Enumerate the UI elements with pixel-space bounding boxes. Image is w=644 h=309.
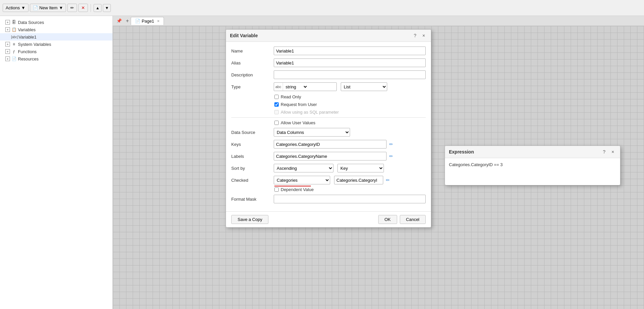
- checked-field-container: ✏: [334, 176, 426, 184]
- pin-icon[interactable]: 📌: [115, 17, 123, 25]
- page1-tab[interactable]: 📄 Page1 ✕: [131, 17, 164, 25]
- read-only-checkbox[interactable]: [274, 95, 279, 99]
- variables-icon: 📋: [11, 27, 17, 32]
- dependent-value-checkbox[interactable]: [274, 187, 279, 192]
- type-icon: abc: [274, 83, 283, 91]
- alias-row: Alias: [231, 58, 426, 67]
- move-up-button[interactable]: ▲: [94, 4, 102, 12]
- data-source-select[interactable]: Data Columns Static List Query: [274, 128, 350, 137]
- actions-button[interactable]: Actions ▼: [3, 4, 29, 12]
- sidebar-item-resources[interactable]: + 📄 Resources: [0, 55, 112, 62]
- checked-error-underline: [274, 186, 311, 186]
- allow-sql-row: Allow using as SQL parameter: [274, 110, 426, 115]
- checked-source-select[interactable]: Categories: [274, 176, 330, 184]
- move-down-button[interactable]: ▼: [103, 4, 111, 12]
- read-only-row: Read Only: [274, 94, 426, 99]
- keys-edit-button[interactable]: ✏: [387, 140, 395, 148]
- request-from-user-label: Request from User: [281, 102, 317, 107]
- checked-field-input[interactable]: [334, 176, 383, 184]
- expression-close-button[interactable]: ×: [609, 149, 616, 155]
- type-select-container: abc string integer boolean date float: [274, 82, 337, 91]
- section-divider-1: [231, 117, 426, 118]
- page1-tab-label: Page1: [142, 19, 154, 24]
- dialog-title: Edit Variable: [230, 33, 258, 38]
- allow-user-values-row: Allow User Values: [274, 120, 426, 125]
- edit-button[interactable]: ✏: [67, 4, 77, 12]
- system-variables-icon: ≡: [11, 42, 17, 47]
- keys-row: Keys ✏: [231, 140, 426, 149]
- sort-by-row: Sort by Ascending Descending Key Label: [231, 164, 426, 172]
- dialog-header: Edit Variable ? ×: [226, 30, 431, 42]
- checked-row: Checked Categories ✏: [231, 176, 426, 184]
- variables-label: Variables: [18, 27, 36, 32]
- ok-button[interactable]: OK: [378, 215, 397, 224]
- delete-button[interactable]: ✕: [78, 4, 88, 12]
- description-label: Description: [231, 72, 271, 77]
- type-select[interactable]: string integer boolean date float: [283, 83, 308, 91]
- name-input[interactable]: [274, 47, 426, 55]
- toolbar-divider: [91, 4, 91, 12]
- list-select[interactable]: List Single Range: [341, 82, 387, 91]
- functions-label: Functions: [18, 49, 36, 54]
- new-item-button[interactable]: 📄 New Item ▼: [30, 4, 66, 12]
- resources-icon: 📄: [11, 56, 17, 61]
- allow-sql-label: Allow using as SQL parameter: [281, 110, 339, 115]
- page1-tab-close[interactable]: ✕: [157, 19, 160, 23]
- sidebar-item-functions[interactable]: + ƒ Functions: [0, 48, 112, 55]
- cancel-button[interactable]: Cancel: [400, 215, 426, 224]
- down-arrow-icon: ▼: [105, 6, 109, 10]
- data-source-label: Data Source: [231, 130, 271, 135]
- sidebar-item-data-sources[interactable]: + 🗄 Data Sources: [0, 19, 112, 26]
- read-only-label: Read Only: [281, 94, 301, 99]
- expression-header-buttons: ? ×: [601, 149, 616, 155]
- sidebar-item-system-variables[interactable]: + ≡ System Variables: [0, 41, 112, 48]
- save-copy-button[interactable]: Save a Copy: [231, 215, 268, 224]
- labels-label: Labels: [231, 154, 271, 159]
- expand-icon-resources: +: [5, 56, 10, 61]
- name-label: Name: [231, 49, 271, 53]
- system-variables-label: System Variables: [18, 42, 51, 47]
- functions-icon: ƒ: [11, 49, 17, 54]
- sidebar-item-variable1[interactable]: [abc] Variable1: [0, 33, 112, 41]
- dialog-close-button[interactable]: ×: [420, 32, 427, 39]
- expression-value: Categories.CategoryID == 3: [449, 162, 503, 167]
- expand-icon-data-sources: +: [5, 20, 10, 25]
- allow-sql-checkbox[interactable]: [274, 110, 279, 114]
- description-input[interactable]: [274, 70, 426, 79]
- request-from-user-checkbox[interactable]: [274, 102, 279, 107]
- description-row: Description: [231, 70, 426, 79]
- delete-icon: ✕: [81, 5, 85, 10]
- labels-row: Labels ✏: [231, 152, 426, 160]
- format-mask-input[interactable]: [274, 195, 426, 203]
- actions-dropdown-arrow: ▼: [21, 5, 26, 10]
- new-item-label: New Item: [39, 5, 58, 10]
- alias-input[interactable]: [274, 58, 426, 67]
- edit-variable-dialog: Edit Variable ? × Name: [226, 29, 431, 228]
- checked-edit-button[interactable]: ✏: [384, 176, 392, 184]
- keys-input[interactable]: [274, 140, 387, 149]
- labels-edit-button[interactable]: ✏: [387, 152, 395, 160]
- data-sources-icon: 🗄: [11, 20, 17, 25]
- expression-help-button[interactable]: ?: [601, 149, 608, 155]
- type-label: Type: [231, 84, 271, 89]
- type-row: Type abc string integer boolean date flo…: [231, 82, 426, 91]
- sort-by-select[interactable]: Ascending Descending: [274, 164, 333, 172]
- sort-by-label: Sort by: [231, 166, 271, 171]
- labels-input[interactable]: [274, 152, 387, 160]
- sidebar-item-variables[interactable]: + 📋 Variables: [0, 26, 112, 33]
- expand-icon-variables: +: [5, 27, 10, 32]
- dialog-help-button[interactable]: ?: [412, 32, 418, 39]
- checked-label: Checked: [231, 178, 271, 183]
- edit-icon: ✏: [70, 5, 74, 10]
- expression-header: Expression ? ×: [445, 146, 620, 158]
- allow-user-values-checkbox[interactable]: [274, 121, 279, 125]
- sidebar: + 🗄 Data Sources + 📋 Variables [abc] Var…: [0, 16, 113, 309]
- expression-dialog: Expression ? × Categories.CategoryID == …: [445, 146, 620, 185]
- expand-icon-functions: +: [5, 49, 10, 54]
- actions-label: Actions: [6, 5, 20, 10]
- new-item-arrow: ▼: [59, 5, 63, 10]
- sort-key-select[interactable]: Key Label: [337, 164, 384, 172]
- labels-input-container: ✏: [274, 152, 426, 160]
- expression-body: Categories.CategoryID == 3: [445, 158, 620, 185]
- add-tab-button[interactable]: +: [124, 18, 131, 24]
